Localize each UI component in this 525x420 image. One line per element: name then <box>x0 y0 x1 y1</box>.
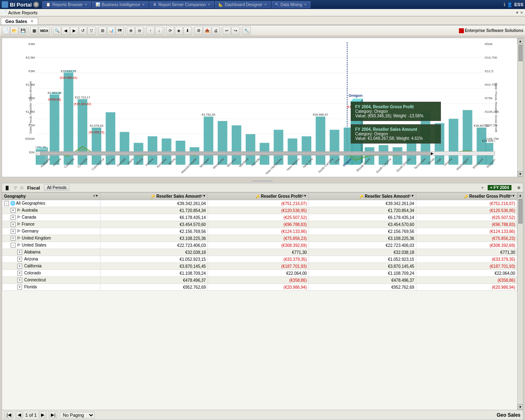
slice-btn[interactable]: ◈ <box>175 27 183 35</box>
expand-btn[interactable]: ⊕ <box>127 27 135 35</box>
settings-btn[interactable]: 🔧 <box>242 27 251 35</box>
geography-sort-icon[interactable]: ≡▼ <box>93 194 98 198</box>
cell-rgp-all: €771,30 <box>208 249 308 256</box>
first-page-btn[interactable]: |◀ <box>5 411 13 418</box>
close-tab-icon-2[interactable]: ✕ <box>142 3 145 7</box>
expand-collapse-btn[interactable]: + <box>17 250 22 255</box>
col-header-geography: Geography ≡▼ <box>2 193 100 200</box>
chart-scroll-down[interactable]: ▼ <box>518 171 523 177</box>
expand-collapse-btn[interactable]: + <box>11 236 16 241</box>
close-tab-icon[interactable]: ✕ <box>84 3 87 7</box>
rsa-fy-sort-icon[interactable]: ≡▼ <box>409 194 414 198</box>
save-btn[interactable]: 💾 <box>19 27 27 35</box>
close-tab-icon-5[interactable]: ✕ <box>304 3 307 7</box>
help-icon[interactable]: ℹ <box>504 2 505 7</box>
user-icon[interactable]: 👤 <box>507 2 513 7</box>
expand-collapse-btn[interactable]: - <box>11 243 16 248</box>
reports-browser-tab[interactable]: 📋 Reports Browser ✕ <box>42 1 91 8</box>
forward-btn[interactable]: ▶ <box>70 27 78 35</box>
cell-rsa-fy: €478.496,37 <box>309 277 416 284</box>
cell-rgp-all: (€120.536,95) <box>208 207 308 214</box>
rgp-all-sort-icon[interactable]: ≡▼ <box>301 194 307 198</box>
expand-collapse-btn[interactable]: + <box>17 285 22 290</box>
expand-collapse-btn[interactable]: + <box>11 222 16 227</box>
chart-scroll-thumb[interactable] <box>518 45 523 61</box>
scroll-thumb[interactable] <box>518 199 523 224</box>
bi-tab[interactable]: 📊 Business Intelligence ✕ <box>92 1 148 8</box>
app-logo: BI Portal ⚙ <box>2 1 39 8</box>
cell-rgp-all: (€358,86) <box>208 277 308 284</box>
sort-asc-btn[interactable]: ↑ <box>146 27 155 35</box>
drill-btn[interactable]: ⬇ <box>183 27 192 35</box>
chart-scroll-up[interactable]: ▲ <box>518 38 523 44</box>
close-report-tab-icon[interactable]: ✕ <box>30 19 34 23</box>
data-table: Geography ≡▼ 🔑 Reseller Sales Amount ≡▼ … <box>2 192 517 291</box>
chart-scroll-right[interactable]: ▶ <box>431 151 434 155</box>
new-btn[interactable]: 📄 <box>2 27 10 35</box>
chart-view-btn[interactable]: 📊 <box>107 27 115 35</box>
geo-sales-tab[interactable]: Geo Sales ✕ <box>1 18 38 25</box>
report-tab-bar: Geo Sales ✕ <box>0 16 525 25</box>
pivot-btn[interactable]: ⟳ <box>166 27 174 35</box>
datamining-tab[interactable]: ⛏ Data Mining ✕ <box>272 1 310 8</box>
chart-scrollbar[interactable]: ▶ <box>36 151 495 155</box>
close-tab-icon-3[interactable]: ✕ <box>208 3 210 7</box>
rgp-fy-sort-icon[interactable]: ≡▼ <box>510 194 515 198</box>
dashboard-tab[interactable]: 📐 Dashboard Designer ✕ <box>215 1 271 8</box>
export-btn[interactable]: 📤 <box>203 27 211 35</box>
search-btn[interactable]: 🔍 <box>53 27 61 35</box>
prev-page-btn[interactable]: ◀ <box>16 411 23 418</box>
expand-collapse-btn[interactable]: + <box>17 271 22 276</box>
mdx-btn[interactable]: MDX <box>39 27 50 35</box>
settings-small-icon[interactable]: ⚙ <box>517 186 520 190</box>
expand-collapse-btn[interactable]: + <box>17 278 22 283</box>
cell-rgp-all: (€124.133,86) <box>208 228 308 235</box>
collapse-btn[interactable]: ⊖ <box>135 27 144 35</box>
right-scrollbar[interactable]: ▲ ▼ <box>517 192 523 410</box>
filter-btn[interactable]: ▽ <box>87 27 96 35</box>
dashboard-icon: 📐 <box>219 2 223 7</box>
scroll-down-btn[interactable]: ▼ <box>518 404 523 410</box>
scroll-up-btn[interactable]: ▲ <box>518 192 523 198</box>
geo-name: United States <box>22 243 46 247</box>
svg-text:€2.064,00: €2.064,00 <box>48 91 61 95</box>
table-view-btn[interactable]: ⊞ <box>98 27 107 35</box>
next-page-btn[interactable]: ▶ <box>39 411 46 418</box>
expand-collapse-btn[interactable]: + <box>11 229 16 234</box>
undo-btn[interactable]: ↩ <box>223 27 231 35</box>
back-btn[interactable]: ◀ <box>62 27 70 35</box>
redo-btn[interactable]: ↪ <box>231 27 240 35</box>
map-view-btn[interactable]: 🗺 <box>116 27 124 35</box>
fy-expand-icon[interactable]: + <box>481 186 483 190</box>
rsa-all-sort-icon[interactable]: ≡▼ <box>201 194 206 198</box>
svg-text:(€9.369,25): (€9.369,25) <box>89 130 105 134</box>
expand-collapse-btn[interactable]: - <box>4 201 9 206</box>
sort-desc-btn[interactable]: ↓ <box>155 27 163 35</box>
close-tab-icon-4[interactable]: ✕ <box>264 3 267 7</box>
expand-collapse-btn[interactable]: + <box>11 215 16 220</box>
chart-scrollbar-thumb[interactable] <box>40 152 430 155</box>
refresh-btn[interactable]: ↺ <box>79 27 87 35</box>
second-bar: 📄 Active Reports ▼ ✕ <box>0 9 525 16</box>
table-wrapper[interactable]: Geography ≡▼ 🔑 Reseller Sales Amount ≡▼ … <box>2 192 517 410</box>
geo-name: France <box>22 222 34 226</box>
chart-area: Date: Fiscal, Reseller Sales Amount Date… <box>2 38 523 177</box>
open-btn[interactable]: 📂 <box>10 27 18 35</box>
properties-btn[interactable]: ⚙ <box>194 27 203 35</box>
active-reports-label: Active Reports <box>8 10 38 15</box>
print-btn[interactable]: 🖨 <box>212 27 220 35</box>
settings-icon[interactable]: ⚙ <box>33 2 39 7</box>
report-server-tab[interactable]: 🖥 Report Server Companion ✕ <box>149 1 214 8</box>
last-page-btn[interactable]: ▶| <box>49 411 57 418</box>
expand-collapse-btn[interactable]: + <box>17 257 22 262</box>
all-periods-btn[interactable]: All Periods <box>44 185 69 191</box>
paging-select[interactable]: No Paging 10 per page 25 per page <box>60 412 95 418</box>
tooltip-category-1: Category: Oregon <box>355 109 436 114</box>
grid-btn[interactable]: ▦ <box>30 27 38 35</box>
filter-collapse-icon[interactable]: ▐▌ <box>5 186 10 190</box>
expand-collapse-btn[interactable]: + <box>17 264 22 269</box>
chart-right-scrollbar[interactable]: ▲ ▼ <box>517 38 523 177</box>
expand-collapse-btn[interactable]: + <box>11 208 16 213</box>
resize-handle-horizontal[interactable] <box>2 179 523 183</box>
y-axis-right-label: Date: Fiscal, Reseller Gross Profit <box>494 83 498 132</box>
